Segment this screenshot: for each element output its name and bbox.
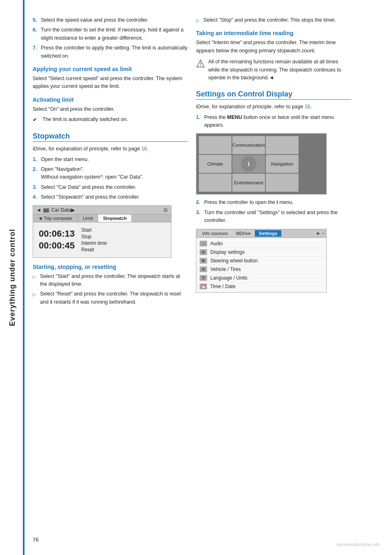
idrive-knob: i — [241, 156, 256, 172]
note-box: All of the remaining functions remain av… — [196, 58, 351, 82]
display-icon: ⊞ — [200, 249, 207, 255]
info-tab-settings[interactable]: Settings — [255, 230, 281, 237]
sidebar: Everything under control — [0, 0, 24, 555]
sidebar-title: Everything under control — [8, 229, 17, 326]
settings-page-ref[interactable]: 16 — [305, 104, 310, 110]
tab-limit[interactable]: Limit — [78, 215, 98, 222]
page-number: 76 — [33, 537, 38, 543]
idrive-cell-entertainment: Entertainment — [232, 174, 265, 192]
info-tab-mdrive[interactable]: MDrive — [232, 230, 255, 237]
taking-heading: Taking an intermediate time reading — [196, 30, 351, 36]
idrive-cell-empty-1 — [199, 136, 232, 154]
sw-step-1: 1. Open the start menu. — [33, 156, 188, 163]
activating-body1: Select "On" and press the controller. — [33, 105, 188, 113]
checkmark-icon: ✔ — [33, 116, 40, 124]
step-6: 6. Turn the controller to set the limit.… — [33, 26, 188, 42]
right-column: ▷ Select "Stop" and press the controller… — [196, 16, 351, 539]
time-icon: ⏰ — [200, 284, 207, 289]
stopwatch-steps: 1. Open the start menu. 2. Open "Navigat… — [33, 156, 188, 201]
step-5: 5. Select the speed value and press the … — [33, 16, 188, 24]
stopwatch-time1: 00:06:13 — [39, 228, 75, 240]
idrive-cell-empty-2 — [266, 136, 298, 154]
info-header: Info sources MDrive Settings ▶ ● — [196, 229, 326, 238]
applying-body: Select "Select current speed" and press … — [33, 75, 188, 91]
settings-heading: Settings on Control Display — [196, 90, 351, 100]
info-body: ♪ Audio ⊞ Display settings ✿ Steering wh… — [196, 238, 326, 292]
arrow-icon-start: ▷ — [33, 273, 38, 289]
sw-step-4: 4. Select "Stopwatch" and press the cont… — [33, 193, 188, 201]
stopwatch-heading: Stopwatch — [33, 132, 188, 142]
applying-heading: Applying your current speed as limit — [33, 66, 188, 72]
idrive-cell-communication: Communication — [232, 136, 265, 154]
car-data-body: 00:06:13 00:00:45 Start Stop Interim tim… — [33, 222, 171, 257]
nav-arrow-right: ▶ — [317, 231, 320, 235]
svg-point-2 — [200, 65, 201, 66]
idrive-screenshot: Communication Climate i Navigation Enter… — [196, 133, 327, 195]
option-start: Start — [81, 227, 107, 233]
tab-trip-computer[interactable]: ◄ Trip computer — [33, 215, 78, 222]
car-data-tabs: ◄ Trip computer Limit Stopwatch — [33, 215, 171, 222]
info-tab-sources[interactable]: Info sources — [198, 230, 232, 237]
settings-steps: 1. Press the MENU button once or twice u… — [196, 114, 351, 130]
info-sources-screenshot: Info sources MDrive Settings ▶ ● ♪ Audio… — [196, 229, 327, 293]
info-row-language: ☰ Language / Units — [199, 274, 324, 282]
starting-bullets: ▷ Select "Start" and press the controlle… — [33, 273, 188, 307]
stopwatch-page-ref[interactable]: 16 — [141, 146, 147, 152]
car-data-header: ◄ Car Data▶ ⊙ — [33, 206, 171, 215]
steps-list: 5. Select the speed value and press the … — [33, 16, 188, 60]
info-row-display: ⊞ Display settings — [199, 248, 324, 257]
audio-icon: ♪ — [200, 241, 207, 246]
idrive-cell-climate: Climate — [199, 155, 232, 173]
settings-steps-2-3: 2. Press the controller to open the i me… — [196, 199, 351, 224]
bullet-stop: ▷ Select "Stop" and press the controller… — [196, 16, 351, 24]
idrive-cell-navigation: Navigation — [266, 155, 298, 173]
language-icon: ☰ — [200, 275, 207, 281]
note-text: All of the remaining functions remain av… — [208, 58, 351, 82]
starting-heading: Starting, stopping, or resetting — [33, 264, 188, 270]
sidebar-bar — [23, 0, 24, 555]
note-triangle-icon — [196, 59, 205, 68]
car-data-options: Start Stop Interim time Reset — [81, 226, 107, 254]
taking-body: Select "Interim time" and press the cont… — [196, 39, 351, 55]
set-step-1: 1. Press the MENU button once or twice u… — [196, 114, 351, 130]
stopwatch-time2: 00:00:45 — [39, 240, 75, 252]
stopwatch-idrive: iDrive, for explanation of principle, re… — [33, 145, 188, 153]
info-nav-dot: ● — [322, 231, 325, 235]
info-nav: ▶ ● — [317, 231, 325, 235]
info-row-steering: ✿ Steering wheel button — [199, 257, 324, 265]
steering-icon: ✿ — [200, 258, 207, 264]
option-stop: Stop — [81, 234, 107, 239]
car-data-screenshot: ◄ Car Data▶ ⊙ ◄ Trip computer Limit Stop… — [33, 205, 172, 257]
idrive-grid: Communication Climate i Navigation Enter… — [196, 134, 326, 194]
option-interim: Interim time — [81, 240, 107, 246]
settings-idrive: iDrive, for explanation of principle, re… — [196, 103, 351, 111]
check-item: ✔ The limit is automatically switched on… — [33, 116, 188, 124]
option-reset: Reset — [81, 247, 107, 253]
arrow-icon-reset: ▷ — [33, 291, 38, 306]
sw-step-3: 3. Select "Car Data" and press the contr… — [33, 184, 188, 191]
idrive-cell-empty-4 — [266, 174, 298, 192]
main-content: 5. Select the speed value and press the … — [24, 0, 392, 555]
idrive-cell-empty-3 — [199, 174, 232, 192]
activating-body2: The limit is automatically switched on. — [42, 116, 128, 124]
info-row-time: ⏰ Time / Date — [199, 282, 324, 291]
arrow-icon-stop: ▷ — [196, 17, 201, 24]
stop-bullet-list: ▷ Select "Stop" and press the controller… — [196, 16, 351, 24]
activating-heading: Activating limit — [33, 96, 188, 103]
tab-stopwatch[interactable]: Stopwatch — [98, 215, 132, 222]
idrive-cell-knob: i — [232, 155, 265, 173]
set-step-3: 3. Turn the controller until "Settings" … — [196, 209, 351, 225]
info-row-audio: ♪ Audio — [199, 239, 324, 248]
step-7: 7. Press the controller to apply the set… — [33, 44, 188, 60]
watermark: carmanualsonline.info — [336, 542, 380, 547]
info-row-vehicle: ⚙ Vehicle / Tires — [199, 265, 324, 274]
vehicle-icon: ⚙ — [200, 266, 207, 272]
left-column: 5. Select the speed value and press the … — [33, 16, 188, 539]
sw-step-2: 2. Open "Navigation".Without navigation … — [33, 166, 188, 181]
set-step-2: 2. Press the controller to open the i me… — [196, 199, 351, 206]
bullet-reset: ▷ Select "Reset" and press the controlle… — [33, 290, 188, 306]
bullet-start: ▷ Select "Start" and press the controlle… — [33, 273, 188, 289]
